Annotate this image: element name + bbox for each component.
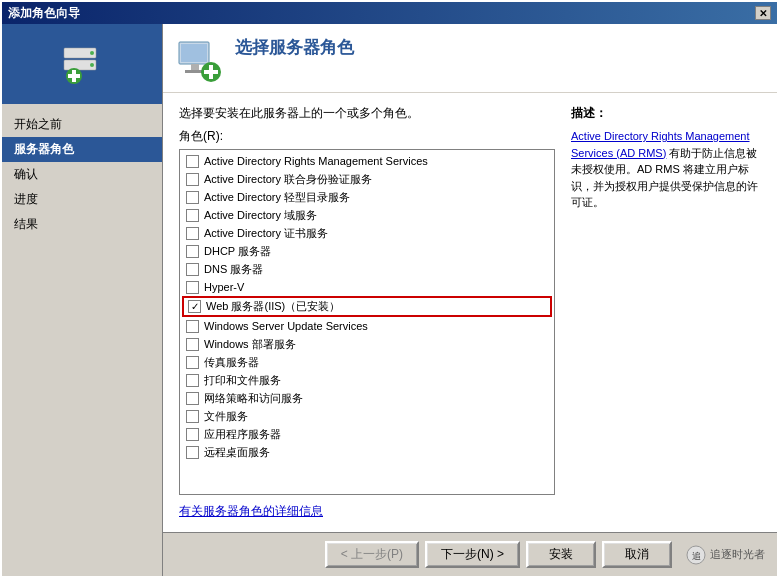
- wizard-window: 添加角色向导 ✕ 开始之前: [0, 0, 779, 578]
- sidebar-item-confirm[interactable]: 确认: [2, 162, 162, 187]
- main-content: 选择服务器角色 选择要安装在此服务器上的一个或多个角色。 角色(R): Acti…: [162, 24, 777, 576]
- next-button[interactable]: 下一步(N) >: [425, 541, 520, 568]
- checkbox-adrms[interactable]: [186, 155, 199, 168]
- checkbox-file[interactable]: [186, 410, 199, 423]
- svg-rect-9: [191, 64, 199, 70]
- sidebar-item-result[interactable]: 结果: [2, 212, 162, 237]
- role-item-app-server[interactable]: 应用程序服务器: [182, 425, 552, 443]
- bottom-bar: < 上一步(P) 下一步(N) > 安装 取消 追 追逐时光者: [163, 532, 777, 576]
- content-area: 开始之前 服务器角色 确认 进度 结果: [2, 24, 777, 576]
- page-body: 选择要安装在此服务器上的一个或多个角色。 角色(R): Active Direc…: [163, 93, 777, 532]
- role-label-adrms: Active Directory Rights Management Servi…: [204, 155, 428, 167]
- role-label-app-server: 应用程序服务器: [204, 427, 281, 442]
- checkbox-wsus[interactable]: [186, 320, 199, 333]
- checkbox-rds[interactable]: [186, 446, 199, 459]
- sidebar-item-server-roles[interactable]: 服务器角色: [2, 137, 162, 162]
- role-item-print[interactable]: 打印和文件服务: [182, 371, 552, 389]
- page-icon: [175, 36, 223, 84]
- sidebar-nav: 开始之前 服务器角色 确认 进度 结果: [2, 104, 162, 576]
- watermark-icon: 追: [686, 545, 706, 565]
- sidebar-item-progress[interactable]: 进度: [2, 187, 162, 212]
- checkbox-adds[interactable]: [186, 209, 199, 222]
- checkbox-adcs[interactable]: [186, 227, 199, 240]
- role-item-dhcp[interactable]: DHCP 服务器: [182, 242, 552, 260]
- svg-rect-6: [68, 74, 80, 78]
- role-item-hyper-v[interactable]: Hyper-V: [182, 278, 552, 296]
- role-item-rds[interactable]: 远程桌面服务: [182, 443, 552, 461]
- role-label-file: 文件服务: [204, 409, 248, 424]
- role-item-wsus[interactable]: Windows Server Update Services: [182, 317, 552, 335]
- role-label-adlds: Active Directory 轻型目录服务: [204, 190, 350, 205]
- role-item-wds[interactable]: Windows 部署服务: [182, 335, 552, 353]
- checkbox-iis[interactable]: [188, 300, 201, 313]
- role-label-adcs: Active Directory 证书服务: [204, 226, 328, 241]
- description-title: 描述：: [571, 105, 761, 122]
- svg-text:追: 追: [692, 551, 701, 561]
- role-item-dns[interactable]: DNS 服务器: [182, 260, 552, 278]
- svg-point-3: [90, 63, 94, 67]
- role-item-adcs[interactable]: Active Directory 证书服务: [182, 224, 552, 242]
- role-label-npas: 网络策略和访问服务: [204, 391, 303, 406]
- checkbox-adfs[interactable]: [186, 173, 199, 186]
- checkbox-dhcp[interactable]: [186, 245, 199, 258]
- checkbox-dns[interactable]: [186, 263, 199, 276]
- role-item-adrms[interactable]: Active Directory Rights Management Servi…: [182, 152, 552, 170]
- role-label-wsus: Windows Server Update Services: [204, 320, 368, 332]
- role-item-adds[interactable]: Active Directory 域服务: [182, 206, 552, 224]
- role-item-adfs[interactable]: Active Directory 联合身份验证服务: [182, 170, 552, 188]
- svg-point-2: [90, 51, 94, 55]
- checkbox-print[interactable]: [186, 374, 199, 387]
- checkbox-hyper-v[interactable]: [186, 281, 199, 294]
- install-button[interactable]: 安装: [526, 541, 596, 568]
- cancel-button[interactable]: 取消: [602, 541, 672, 568]
- checkbox-npas[interactable]: [186, 392, 199, 405]
- back-button[interactable]: < 上一步(P): [325, 541, 419, 568]
- page-title: 选择服务器角色: [235, 36, 761, 59]
- role-item-npas[interactable]: 网络策略和访问服务: [182, 389, 552, 407]
- role-label-rds: 远程桌面服务: [204, 445, 270, 460]
- checkbox-wds[interactable]: [186, 338, 199, 351]
- svg-rect-13: [204, 70, 218, 74]
- description-panel: 描述： Active Directory Rights Management S…: [571, 105, 761, 520]
- role-label-hyper-v: Hyper-V: [204, 281, 244, 293]
- window-title: 添加角色向导: [8, 5, 80, 22]
- more-info-link[interactable]: 有关服务器角色的详细信息: [179, 503, 555, 520]
- role-label-dhcp: DHCP 服务器: [204, 244, 271, 259]
- svg-rect-8: [181, 44, 207, 62]
- page-title-area: 选择服务器角色: [235, 36, 761, 61]
- roles-section: 选择要安装在此服务器上的一个或多个角色。 角色(R): Active Direc…: [179, 105, 555, 520]
- title-bar: 添加角色向导 ✕: [2, 2, 777, 24]
- checkbox-app-server[interactable]: [186, 428, 199, 441]
- role-item-fax[interactable]: 传真服务器: [182, 353, 552, 371]
- role-label-iis: Web 服务器(IIS)（已安装）: [206, 299, 340, 314]
- roles-listbox[interactable]: Active Directory Rights Management Servi…: [179, 149, 555, 495]
- sidebar-item-before-start[interactable]: 开始之前: [2, 112, 162, 137]
- checkbox-adlds[interactable]: [186, 191, 199, 204]
- description-text: Active Directory Rights Management Servi…: [571, 128, 761, 211]
- role-item-iis[interactable]: Web 服务器(IIS)（已安装）: [182, 296, 552, 317]
- sidebar-header: [2, 24, 162, 104]
- sidebar: 开始之前 服务器角色 确认 进度 结果: [2, 24, 162, 576]
- page-header: 选择服务器角色: [163, 24, 777, 93]
- role-item-file[interactable]: 文件服务: [182, 407, 552, 425]
- role-label-adds: Active Directory 域服务: [204, 208, 317, 223]
- watermark-text: 追逐时光者: [710, 547, 765, 562]
- instruction-text: 选择要安装在此服务器上的一个或多个角色。: [179, 105, 555, 122]
- roles-label: 角色(R):: [179, 128, 555, 145]
- role-label-print: 打印和文件服务: [204, 373, 281, 388]
- role-label-adfs: Active Directory 联合身份验证服务: [204, 172, 372, 187]
- role-label-wds: Windows 部署服务: [204, 337, 296, 352]
- add-server-icon: [58, 40, 106, 88]
- checkbox-fax[interactable]: [186, 356, 199, 369]
- role-item-adlds[interactable]: Active Directory 轻型目录服务: [182, 188, 552, 206]
- role-label-fax: 传真服务器: [204, 355, 259, 370]
- role-label-dns: DNS 服务器: [204, 262, 263, 277]
- close-button[interactable]: ✕: [755, 6, 771, 20]
